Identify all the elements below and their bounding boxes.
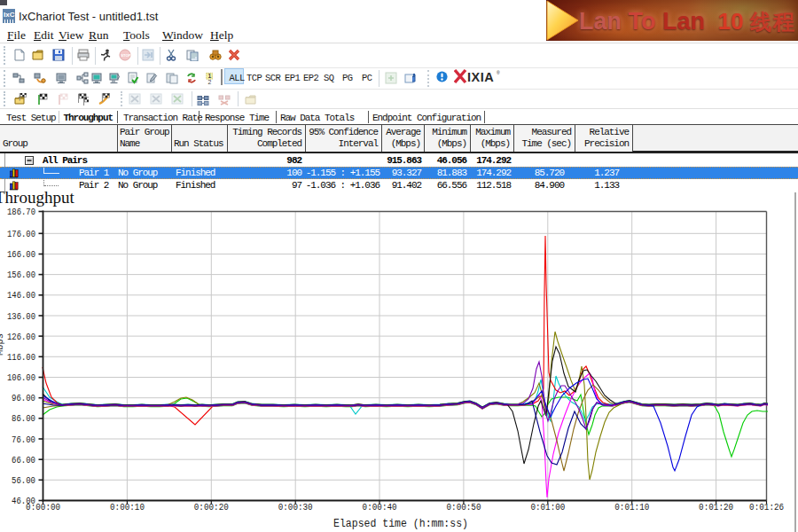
svg-text:Mbps: Mbps bbox=[0, 333, 5, 356]
svg-text:0:00:20: 0:00:20 bbox=[194, 502, 229, 512]
svg-text:0:00:30: 0:00:30 bbox=[278, 502, 313, 512]
svg-text:176.00: 176.00 bbox=[7, 229, 35, 239]
svg-text:0:00:40: 0:00:40 bbox=[363, 502, 397, 512]
svg-text:0:01:10: 0:01:10 bbox=[614, 502, 649, 512]
svg-text:76.00: 76.00 bbox=[12, 434, 35, 445]
svg-text:156.00: 156.00 bbox=[7, 270, 35, 280]
svg-text:1: 1 bbox=[207, 73, 211, 79]
svg-text:STOP: STOP bbox=[121, 53, 131, 58]
svg-text:86.00: 86.00 bbox=[12, 413, 35, 424]
svg-text:66.00: 66.00 bbox=[12, 455, 35, 466]
svg-text:0:01:00: 0:01:00 bbox=[530, 502, 565, 512]
svg-text:166.00: 166.00 bbox=[7, 249, 35, 260]
svg-text:Elapsed time (h:mm:ss): Elapsed time (h:mm:ss) bbox=[333, 518, 468, 530]
svg-text:136.00: 136.00 bbox=[7, 311, 35, 322]
svg-text:0:01:20: 0:01:20 bbox=[699, 502, 733, 512]
svg-text:0:00:00: 0:00:00 bbox=[26, 502, 60, 512]
svg-text:56.00: 56.00 bbox=[12, 475, 35, 486]
svg-text:IXIA: IXIA bbox=[467, 70, 494, 84]
svg-text:126.00: 126.00 bbox=[7, 332, 35, 342]
svg-text:0:00:10: 0:00:10 bbox=[110, 502, 145, 512]
svg-text:IxC: IxC bbox=[4, 11, 15, 19]
svg-text:146.00: 146.00 bbox=[7, 290, 35, 301]
svg-text:116.00: 116.00 bbox=[7, 352, 35, 363]
svg-text:106.00: 106.00 bbox=[7, 372, 35, 383]
svg-text:®: ® bbox=[497, 70, 500, 75]
svg-text:0:00:50: 0:00:50 bbox=[447, 502, 481, 512]
svg-text:96.00: 96.00 bbox=[12, 393, 35, 403]
svg-text:186.70: 186.70 bbox=[7, 207, 35, 217]
svg-text:0:01:26: 0:01:26 bbox=[749, 502, 784, 512]
svg-text:2: 2 bbox=[207, 79, 211, 85]
